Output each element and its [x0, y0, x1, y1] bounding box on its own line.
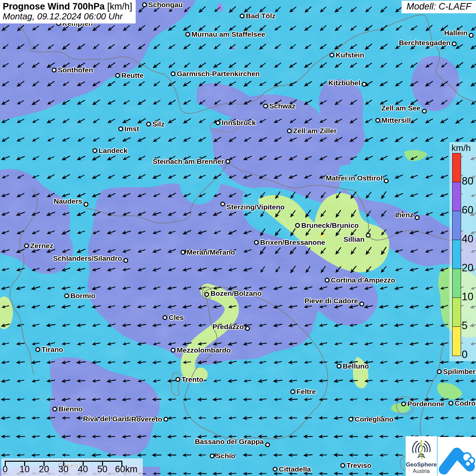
- city-label: Rovereto: [131, 415, 162, 423]
- legend-segment: [453, 211, 461, 240]
- city-label: Mezzolombardo: [177, 346, 231, 354]
- city-label: Sonthofen: [58, 66, 93, 74]
- city-label: Zell am See: [381, 104, 421, 112]
- city-label: Pieve di Cadore: [304, 297, 358, 305]
- city-marker: [204, 292, 209, 297]
- city-label: Predazzo: [213, 323, 244, 331]
- city-label: Landeck: [99, 147, 128, 155]
- city-marker: [185, 32, 190, 37]
- city-marker: [175, 377, 180, 382]
- city-marker: [375, 118, 380, 123]
- geosphere-country: Austria: [406, 468, 437, 474]
- city-label: Zell am Ziller: [293, 127, 337, 135]
- model-label: Modell: C-LAEF: [402, 1, 476, 13]
- legend-tick-label: 60: [462, 204, 473, 216]
- city-label: Steinach am Brenner: [153, 157, 224, 166]
- city-marker: [64, 293, 69, 298]
- city-marker: [422, 109, 427, 114]
- city-label: Kufstein: [336, 51, 364, 59]
- city-label: Lienz: [395, 211, 413, 219]
- legend-segment: [453, 269, 461, 298]
- city-marker: [163, 315, 167, 320]
- city-label: Brixen/Bressanone: [260, 238, 325, 247]
- city-label: Cles: [169, 313, 184, 322]
- city-label: Bormio: [70, 292, 96, 300]
- city-label: Bienno: [58, 405, 83, 413]
- city-marker: [245, 326, 250, 331]
- page-title: Prognose Wind 700hPa [km/h]: [3, 1, 132, 12]
- valid-time: Montag, 09.12.2024 06:00 Uhr: [3, 12, 132, 21]
- city-label: Codroipo: [455, 399, 476, 407]
- legend-tick-label: 10: [462, 291, 473, 303]
- city-label: Murnau am Staffelsee: [191, 30, 265, 38]
- geosphere-logo: GeoSphere Austria: [406, 436, 437, 476]
- city-label: Feltre: [296, 388, 316, 396]
- city-marker: [329, 53, 334, 57]
- scale-number: 10: [19, 464, 30, 475]
- legend-segment: [453, 240, 461, 269]
- legend-segment: [453, 153, 461, 182]
- scale-number: 60km: [115, 464, 137, 475]
- city-marker: [181, 250, 185, 255]
- city-label: Schongau: [148, 1, 183, 9]
- city-marker: [401, 402, 406, 406]
- legend-segment: [453, 298, 461, 327]
- city-marker: [164, 417, 168, 422]
- title-parameter: Prognose Wind 700hPa: [3, 1, 105, 12]
- city-marker: [171, 348, 175, 353]
- city-marker: [52, 68, 56, 72]
- city-marker: [240, 14, 244, 18]
- city-label: Bad Tölz: [246, 12, 276, 20]
- city-marker: [273, 467, 277, 472]
- title-unit: [km/h]: [107, 1, 132, 12]
- geosphere-name: GeoSphere: [406, 461, 437, 468]
- city-marker: [437, 369, 442, 374]
- city-label: Bruneck/Brunico: [301, 221, 359, 230]
- city-marker: [265, 442, 270, 447]
- legend-tick-label: 0: [462, 348, 468, 361]
- city-marker: [115, 73, 120, 78]
- city-marker: [415, 215, 420, 220]
- legend-tick-label: 80: [462, 175, 473, 187]
- city-label: Bozen/Bolzano: [210, 289, 262, 298]
- city-marker: [92, 148, 97, 153]
- city-marker: [359, 302, 364, 306]
- city-marker: [295, 223, 300, 228]
- city-label: Reutte: [121, 71, 143, 80]
- city-marker: [123, 258, 128, 263]
- map-scale-bar: 0102030405060km: [1, 458, 143, 476]
- city-label: Silz: [152, 120, 165, 128]
- partner-logo: [438, 437, 476, 476]
- city-label: Imst: [124, 125, 139, 133]
- city-label: Sillian: [343, 235, 364, 243]
- city-marker: [216, 120, 220, 125]
- city-marker: [348, 417, 353, 422]
- legend-segment: [453, 327, 461, 356]
- wind-speed-legend: km/h 806040201050: [449, 142, 476, 361]
- city-label: Meran/Merano: [187, 248, 235, 256]
- city-label: Belluno: [343, 362, 369, 370]
- city-layer: SchongauBad TölzKemptenMurnau am Staffel…: [0, 0, 476, 476]
- city-marker: [263, 104, 268, 108]
- scale-number: 0: [2, 464, 7, 475]
- city-marker: [337, 364, 341, 369]
- city-marker: [340, 463, 345, 468]
- city-label: Zernez: [30, 242, 53, 250]
- city-marker: [325, 278, 329, 283]
- legend-tick-label: 40: [462, 233, 473, 245]
- city-label: Cittadella: [279, 465, 311, 473]
- city-label: Bassano del Grappa: [195, 438, 264, 446]
- city-marker: [469, 33, 474, 38]
- city-marker: [384, 178, 389, 183]
- scale-number: 20: [39, 464, 49, 475]
- legend-unit-label: km/h: [452, 143, 471, 153]
- scale-number: 40: [78, 464, 88, 475]
- city-label: Schio: [216, 452, 235, 460]
- city-label: Riva del Garda: [83, 415, 133, 423]
- weather-map-page: SchongauBad TölzKemptenMurnau am Staffel…: [0, 0, 476, 476]
- city-marker: [210, 454, 215, 458]
- city-marker: [24, 243, 29, 248]
- city-label: Innsbruck: [222, 119, 256, 127]
- legend-tick-label: 20: [462, 262, 473, 274]
- city-label: Schwaz: [269, 102, 295, 110]
